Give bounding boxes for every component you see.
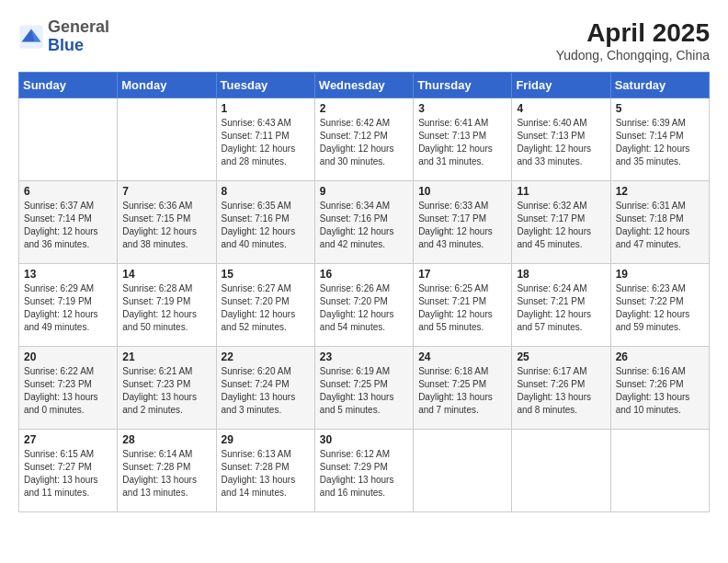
day-number: 22 (222, 350, 310, 363)
day-number: 2 (320, 102, 408, 115)
calendar-cell: 16Sunrise: 6:26 AM Sunset: 7:20 PM Dayli… (314, 264, 413, 347)
calendar-body: 1Sunrise: 6:43 AM Sunset: 7:11 PM Daylig… (19, 98, 710, 512)
logo-general-text: General (48, 17, 109, 36)
day-info: Sunrise: 6:26 AM Sunset: 7:20 PM Dayligh… (320, 282, 408, 334)
day-number: 15 (222, 268, 310, 281)
day-number: 7 (122, 185, 210, 198)
day-info: Sunrise: 6:16 AM Sunset: 7:26 PM Dayligh… (616, 365, 704, 417)
day-info: Sunrise: 6:25 AM Sunset: 7:21 PM Dayligh… (418, 282, 506, 334)
day-info: Sunrise: 6:31 AM Sunset: 7:18 PM Dayligh… (616, 200, 704, 251)
day-info: Sunrise: 6:32 AM Sunset: 7:17 PM Dayligh… (517, 200, 605, 251)
day-number: 16 (320, 268, 408, 281)
day-info: Sunrise: 6:35 AM Sunset: 7:16 PM Dayligh… (222, 200, 310, 251)
month-year-title: April 2025 (556, 18, 710, 48)
day-number: 29 (222, 433, 310, 446)
day-number: 30 (320, 433, 408, 446)
calendar-week-row: 27Sunrise: 6:15 AM Sunset: 7:27 PM Dayli… (19, 430, 710, 512)
day-number: 10 (418, 185, 506, 198)
location-subtitle: Yudong, Chongqing, China (556, 48, 710, 63)
calendar-cell: 19Sunrise: 6:23 AM Sunset: 7:22 PM Dayli… (610, 264, 709, 347)
calendar-cell: 15Sunrise: 6:27 AM Sunset: 7:20 PM Dayli… (216, 264, 314, 347)
calendar-cell: 27Sunrise: 6:15 AM Sunset: 7:27 PM Dayli… (19, 430, 118, 512)
day-number: 4 (517, 102, 605, 115)
day-number: 12 (616, 185, 704, 198)
calendar-cell: 10Sunrise: 6:33 AM Sunset: 7:17 PM Dayli… (414, 181, 512, 264)
day-info: Sunrise: 6:43 AM Sunset: 7:11 PM Dayligh… (222, 117, 310, 168)
calendar-cell: 22Sunrise: 6:20 AM Sunset: 7:24 PM Dayli… (216, 347, 314, 430)
day-of-week-header: Saturday (610, 73, 709, 98)
calendar-cell: 17Sunrise: 6:25 AM Sunset: 7:21 PM Dayli… (414, 264, 512, 347)
day-info: Sunrise: 6:41 AM Sunset: 7:13 PM Dayligh… (418, 117, 506, 168)
calendar-cell: 1Sunrise: 6:43 AM Sunset: 7:11 PM Daylig… (216, 98, 314, 181)
day-number: 18 (517, 268, 605, 281)
day-of-week-header: Friday (512, 73, 610, 98)
day-number: 8 (222, 185, 310, 198)
day-info: Sunrise: 6:13 AM Sunset: 7:28 PM Dayligh… (222, 448, 310, 500)
calendar-cell: 23Sunrise: 6:19 AM Sunset: 7:25 PM Dayli… (314, 347, 413, 430)
day-info: Sunrise: 6:12 AM Sunset: 7:29 PM Dayligh… (320, 448, 408, 500)
day-info: Sunrise: 6:23 AM Sunset: 7:22 PM Dayligh… (616, 282, 704, 334)
day-number: 20 (24, 350, 112, 363)
day-number: 1 (222, 102, 310, 115)
calendar-table: SundayMondayTuesdayWednesdayThursdayFrid… (18, 72, 710, 512)
calendar-cell (512, 430, 610, 512)
calendar-cell: 30Sunrise: 6:12 AM Sunset: 7:29 PM Dayli… (314, 430, 413, 512)
day-info: Sunrise: 6:36 AM Sunset: 7:15 PM Dayligh… (122, 200, 210, 251)
calendar-cell: 3Sunrise: 6:41 AM Sunset: 7:13 PM Daylig… (414, 98, 512, 181)
day-number: 6 (24, 185, 112, 198)
day-info: Sunrise: 6:40 AM Sunset: 7:13 PM Dayligh… (517, 117, 605, 168)
day-of-week-header: Thursday (414, 73, 512, 98)
calendar-cell: 8Sunrise: 6:35 AM Sunset: 7:16 PM Daylig… (216, 181, 314, 264)
day-number: 23 (320, 350, 408, 363)
calendar-week-row: 20Sunrise: 6:22 AM Sunset: 7:23 PM Dayli… (19, 347, 710, 430)
calendar-cell: 12Sunrise: 6:31 AM Sunset: 7:18 PM Dayli… (610, 181, 709, 264)
day-info: Sunrise: 6:14 AM Sunset: 7:28 PM Dayligh… (122, 448, 210, 500)
day-info: Sunrise: 6:24 AM Sunset: 7:21 PM Dayligh… (517, 282, 605, 334)
day-info: Sunrise: 6:34 AM Sunset: 7:16 PM Dayligh… (320, 200, 408, 251)
day-number: 21 (122, 350, 210, 363)
day-info: Sunrise: 6:15 AM Sunset: 7:27 PM Dayligh… (24, 448, 112, 500)
calendar-cell (610, 430, 709, 512)
calendar-cell: 20Sunrise: 6:22 AM Sunset: 7:23 PM Dayli… (19, 347, 118, 430)
logo: General Blue (18, 18, 109, 55)
day-info: Sunrise: 6:19 AM Sunset: 7:25 PM Dayligh… (320, 365, 408, 417)
day-of-week-header: Monday (118, 73, 216, 98)
calendar-cell: 25Sunrise: 6:17 AM Sunset: 7:26 PM Dayli… (512, 347, 610, 430)
day-info: Sunrise: 6:27 AM Sunset: 7:20 PM Dayligh… (222, 282, 310, 334)
calendar-cell (118, 98, 216, 181)
day-of-week-header: Wednesday (314, 73, 413, 98)
title-block: April 2025 Yudong, Chongqing, China (556, 18, 710, 63)
day-number: 25 (517, 350, 605, 363)
calendar-cell: 21Sunrise: 6:21 AM Sunset: 7:23 PM Dayli… (118, 347, 216, 430)
day-info: Sunrise: 6:29 AM Sunset: 7:19 PM Dayligh… (24, 282, 112, 334)
calendar-cell: 9Sunrise: 6:34 AM Sunset: 7:16 PM Daylig… (314, 181, 413, 264)
day-of-week-header: Sunday (19, 73, 118, 98)
calendar-cell: 11Sunrise: 6:32 AM Sunset: 7:17 PM Dayli… (512, 181, 610, 264)
day-number: 17 (418, 268, 506, 281)
logo-blue-text: Blue (48, 36, 84, 54)
calendar-cell: 18Sunrise: 6:24 AM Sunset: 7:21 PM Dayli… (512, 264, 610, 347)
page-header: General Blue April 2025 Yudong, Chongqin… (18, 18, 710, 63)
calendar-cell: 7Sunrise: 6:36 AM Sunset: 7:15 PM Daylig… (118, 181, 216, 264)
calendar-week-row: 13Sunrise: 6:29 AM Sunset: 7:19 PM Dayli… (19, 264, 710, 347)
day-info: Sunrise: 6:39 AM Sunset: 7:14 PM Dayligh… (616, 117, 704, 168)
day-number: 27 (24, 433, 112, 446)
calendar-cell: 24Sunrise: 6:18 AM Sunset: 7:25 PM Dayli… (414, 347, 512, 430)
days-of-week-row: SundayMondayTuesdayWednesdayThursdayFrid… (19, 73, 710, 98)
day-of-week-header: Tuesday (216, 73, 314, 98)
calendar-cell: 6Sunrise: 6:37 AM Sunset: 7:14 PM Daylig… (19, 181, 118, 264)
day-number: 24 (418, 350, 506, 363)
day-number: 28 (122, 433, 210, 446)
calendar-cell: 13Sunrise: 6:29 AM Sunset: 7:19 PM Dayli… (19, 264, 118, 347)
day-number: 19 (616, 268, 704, 281)
logo-icon (18, 24, 44, 50)
day-number: 3 (418, 102, 506, 115)
calendar-cell: 28Sunrise: 6:14 AM Sunset: 7:28 PM Dayli… (118, 430, 216, 512)
day-number: 13 (24, 268, 112, 281)
day-info: Sunrise: 6:17 AM Sunset: 7:26 PM Dayligh… (517, 365, 605, 417)
day-info: Sunrise: 6:21 AM Sunset: 7:23 PM Dayligh… (122, 365, 210, 417)
calendar-cell: 26Sunrise: 6:16 AM Sunset: 7:26 PM Dayli… (610, 347, 709, 430)
calendar-cell (19, 98, 118, 181)
day-number: 14 (122, 268, 210, 281)
day-number: 26 (616, 350, 704, 363)
